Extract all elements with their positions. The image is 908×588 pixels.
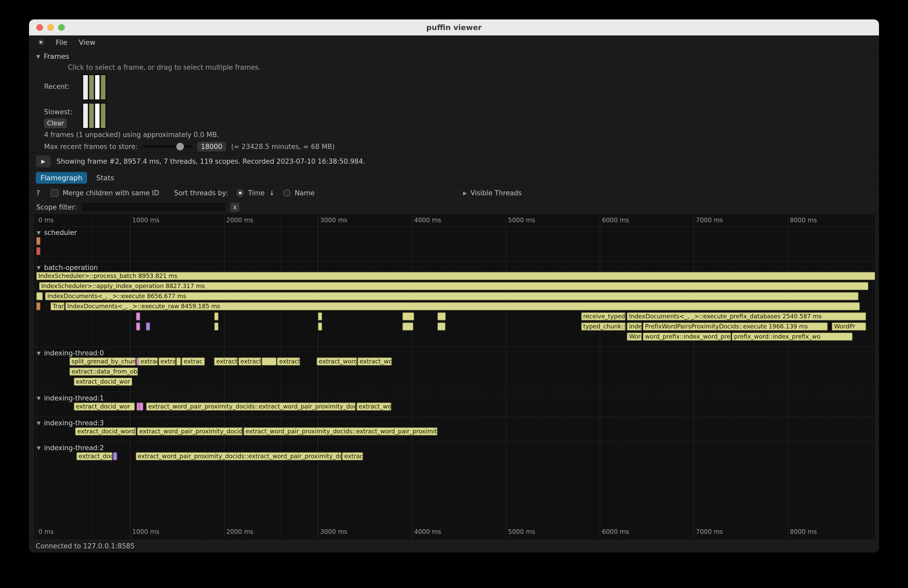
scope-bar[interactable]: extrac	[182, 357, 205, 365]
scope-bar[interactable]: extract::data_from_ob	[69, 368, 138, 376]
scope-bar[interactable]	[318, 312, 322, 320]
scope-filter-input[interactable]	[81, 202, 226, 212]
sort-name-label[interactable]: Name	[295, 189, 315, 197]
recent-frame-thumbnail[interactable]	[82, 74, 107, 101]
scope-bar[interactable]: extract_	[214, 357, 238, 365]
flamegraph-canvas[interactable]: 0 ms1000 ms2000 ms3000 ms4000 ms5000 ms6…	[34, 214, 875, 539]
collapse-icon: ▼	[37, 230, 41, 235]
scope-bar[interactable]	[36, 237, 40, 245]
scope-bar[interactable]	[176, 357, 181, 365]
scope-bar[interactable]: PrefixWordPairsProximityDocids::execute …	[643, 323, 828, 331]
scope-bar[interactable]: extract_doc	[76, 452, 113, 460]
scope-bar[interactable]: Word	[627, 333, 642, 341]
scope-bar[interactable]	[262, 357, 277, 365]
scope-bar[interactable]: extract	[138, 357, 158, 365]
max-frames-value[interactable]: 18000	[197, 142, 226, 151]
frame-bar[interactable]	[89, 75, 94, 100]
frame-bar[interactable]	[101, 75, 105, 100]
scope-bar[interactable]: extract_docid_wor	[74, 403, 135, 411]
scope-bar[interactable]: index	[627, 323, 642, 331]
slider-knob[interactable]	[176, 143, 184, 151]
scope-bar[interactable]: word_prefix::index_word_prefix_	[643, 333, 731, 341]
scope-bar[interactable]: receive_typed_	[581, 312, 626, 320]
zoom-button[interactable]	[58, 24, 65, 31]
frame-bar[interactable]	[95, 104, 100, 128]
scope-bar[interactable]: IndexDocuments<_, _>::execute 8656.677 m…	[45, 292, 858, 300]
scope-bar[interactable]	[36, 302, 40, 310]
scope-bar[interactable]: extract_word_pair_proximity_docids::extr…	[243, 427, 438, 435]
scope-bar[interactable]	[438, 312, 446, 320]
menu-file[interactable]: File	[56, 39, 68, 47]
scope-bar[interactable]: Trans	[50, 302, 64, 310]
sort-name-radio[interactable]	[283, 190, 290, 197]
close-button[interactable]	[36, 24, 43, 31]
scope-bar[interactable]: extract_word	[317, 357, 357, 365]
clear-button[interactable]: Clear	[44, 118, 67, 128]
scope-bar[interactable]: prefix_word::index_prefix_wo	[732, 333, 853, 341]
flame-row: receive_typed_IndexDocuments<_, _>::exec…	[34, 312, 875, 321]
frame-bar[interactable]	[83, 104, 88, 128]
minimize-button[interactable]	[47, 24, 54, 31]
scope-bar[interactable]: IndexDocuments<_, _>::execute_prefix_dat…	[627, 312, 866, 320]
thread-name: scheduler	[44, 229, 77, 236]
scope-bar[interactable]: extract_word_pair_proximity_docids::extr…	[146, 403, 356, 411]
scope-bar[interactable]	[214, 312, 219, 320]
scope-bar[interactable]	[402, 323, 413, 331]
scope-bar[interactable]	[36, 247, 40, 255]
max-frames-slider[interactable]	[143, 145, 192, 148]
thread-header[interactable]: ▼scheduler	[34, 228, 875, 237]
thread-header[interactable]: ▼indexing-thread:0	[34, 349, 875, 357]
scope-bar[interactable]	[139, 403, 143, 411]
scope-bar[interactable]: extrac	[342, 452, 363, 460]
flame-row	[34, 237, 875, 246]
scope-bar[interactable]: IndexScheduler>::apply_index_operation 8…	[39, 282, 868, 290]
merge-checkbox[interactable]	[51, 189, 59, 197]
scope-bar[interactable]	[36, 292, 43, 300]
frame-bar[interactable]	[83, 75, 88, 100]
scope-bar[interactable]	[113, 452, 117, 460]
scope-bar[interactable]	[136, 323, 140, 331]
scope-bar[interactable]: extract_word_pair_proximity_docids::extr…	[136, 452, 342, 460]
tab-stats[interactable]: Stats	[94, 172, 116, 184]
sort-direction-icon[interactable]: ↓	[269, 190, 274, 197]
scope-bar[interactable]: extract_wo	[357, 403, 391, 411]
scope-bar[interactable]: IndexDocuments<_, _>::execute_raw 8459.1…	[65, 302, 860, 310]
scope-bar[interactable]	[438, 323, 446, 331]
thread-header[interactable]: ▼indexing-thread:2	[34, 443, 875, 452]
help-button[interactable]: ?	[36, 189, 40, 197]
slowest-frames-row: Slowest: Clear	[44, 102, 879, 129]
menu-view[interactable]: View	[79, 39, 95, 47]
status-bar: Connected to 127.0.0.1:8585	[29, 539, 879, 553]
scope-bar[interactable]: extract_word_pair_proximity_docids	[137, 427, 242, 435]
frame-bar[interactable]	[101, 104, 105, 128]
slowest-frame-thumbnail[interactable]	[82, 102, 107, 129]
scope-bar[interactable]: extract_wo	[357, 357, 392, 365]
sort-time-radio[interactable]	[237, 190, 244, 197]
theme-toggle-icon[interactable]: ☀	[37, 38, 44, 47]
scope-bar[interactable]: extra	[159, 357, 176, 365]
thread-header[interactable]: ▼batch-operation	[34, 263, 875, 272]
sort-time-label[interactable]: Time	[248, 189, 264, 197]
scope-bar[interactable]	[136, 312, 140, 320]
scope-bar[interactable]	[318, 323, 322, 331]
scope-bar[interactable]	[146, 323, 150, 331]
scope-bar[interactable]: extract_docid_wor	[74, 378, 132, 386]
clear-filter-button[interactable]: x	[230, 202, 240, 212]
scope-bar[interactable]: typed_chunk::w	[581, 323, 626, 331]
scope-bar[interactable]	[402, 312, 414, 320]
thread-header[interactable]: ▼indexing-thread:3	[34, 419, 875, 427]
scope-bar[interactable]: WordPr	[832, 323, 866, 331]
scope-bar[interactable]: extract_docid_word	[75, 427, 136, 435]
frames-section-header[interactable]: ▼ Frames	[36, 52, 879, 60]
frame-bar[interactable]	[89, 104, 94, 128]
frame-bar[interactable]	[95, 75, 100, 100]
play-button[interactable]: ▶	[36, 156, 50, 167]
visible-threads-header[interactable]: ▶ Visible Threads	[463, 189, 522, 197]
tab-flamegraph[interactable]: Flamegraph	[36, 172, 87, 184]
thread-header[interactable]: ▼indexing-thread:1	[34, 394, 875, 403]
scope-bar[interactable]	[214, 323, 219, 331]
scope-bar[interactable]: split_grenad_by_chun	[69, 357, 136, 365]
scope-bar[interactable]: IndexScheduler>::process_batch 8953.821 …	[36, 272, 875, 280]
scope-bar[interactable]: extract	[277, 357, 300, 365]
scope-bar[interactable]: extract_	[238, 357, 261, 365]
